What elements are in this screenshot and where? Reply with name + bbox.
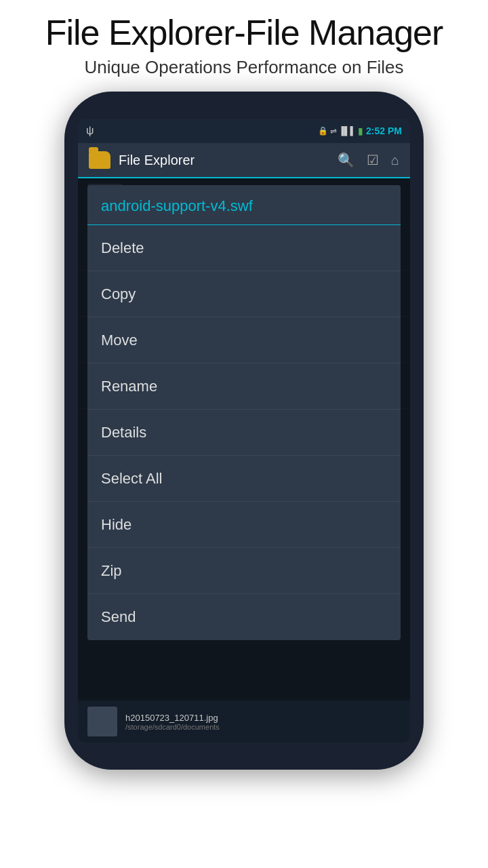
toolbar-actions: 🔍 ☑ ⌂	[338, 152, 399, 168]
search-icon[interactable]: 🔍	[338, 152, 354, 168]
context-menu: android-support-v4.swf Delete Copy Move …	[87, 185, 401, 640]
battery-icon: ▮	[358, 125, 363, 136]
check-icon[interactable]: ☑	[367, 152, 379, 168]
status-time: 2:52 PM	[366, 125, 402, 136]
status-icons: 🔒 ⇌ ▐▌▌ ▮	[318, 125, 364, 136]
context-menu-hide[interactable]: Hide	[87, 502, 401, 548]
details-label: Details	[101, 424, 146, 441]
copy-label: Copy	[101, 285, 136, 303]
context-menu-details[interactable]: Details	[87, 410, 401, 456]
app-toolbar: File Explorer 🔍 ☑ ⌂	[78, 143, 410, 178]
context-menu-overlay[interactable]: android-support-v4.swf Delete Copy Move …	[78, 178, 410, 701]
wifi-icon: ⇌	[330, 126, 337, 136]
rename-label: Rename	[101, 378, 157, 395]
context-menu-delete[interactable]: Delete	[87, 225, 401, 271]
page-header: File Explorer-File Manager Unique Operat…	[0, 0, 488, 85]
home-icon[interactable]: ⌂	[391, 153, 399, 168]
context-menu-header: android-support-v4.swf	[87, 185, 401, 225]
bottom-bar: h20150723_120711.jpg /storage/sdcard0/do…	[78, 701, 410, 743]
page-title: File Explorer-File Manager	[14, 12, 474, 53]
send-label: Send	[101, 608, 136, 626]
hide-label: Hide	[101, 516, 131, 534]
toolbar-title: File Explorer	[119, 153, 329, 168]
status-bar: ψ 🔒 ⇌ ▐▌▌ ▮ 2:52 PM	[78, 119, 410, 143]
phone-device: ψ 🔒 ⇌ ▐▌▌ ▮ 2:52 PM File Explorer 🔍 ☑ ⌂	[64, 92, 424, 770]
bottom-filename: h20150723_120711.jpg	[125, 713, 401, 723]
content-area: ... ... ...	[78, 178, 410, 701]
status-right: 🔒 ⇌ ▐▌▌ ▮ 2:52 PM	[318, 125, 402, 136]
move-label: Move	[101, 332, 138, 349]
folder-icon	[89, 151, 110, 169]
context-menu-filename: android-support-v4.swf	[101, 197, 253, 214]
bottom-file-thumbnail	[87, 707, 117, 736]
context-menu-rename[interactable]: Rename	[87, 363, 401, 410]
phone-screen: ψ 🔒 ⇌ ▐▌▌ ▮ 2:52 PM File Explorer 🔍 ☑ ⌂	[78, 119, 410, 743]
bottom-file-info: h20150723_120711.jpg /storage/sdcard0/do…	[125, 713, 401, 731]
select-all-label: Select All	[101, 470, 163, 488]
bottom-filepath: /storage/sdcard0/documents	[125, 723, 401, 731]
zip-label: Zip	[101, 562, 122, 580]
context-menu-select-all[interactable]: Select All	[87, 456, 401, 502]
context-menu-send[interactable]: Send	[87, 594, 401, 640]
context-menu-zip[interactable]: Zip	[87, 548, 401, 594]
lock-icon: 🔒	[318, 126, 328, 136]
page-subtitle: Unique Operations Performance on Files	[14, 57, 474, 78]
delete-label: Delete	[101, 239, 144, 257]
signal-icon: ▐▌▌	[339, 126, 357, 136]
context-menu-move[interactable]: Move	[87, 317, 401, 363]
usb-icon: ψ	[86, 125, 94, 137]
status-left: ψ	[86, 125, 94, 137]
context-menu-copy[interactable]: Copy	[87, 271, 401, 317]
